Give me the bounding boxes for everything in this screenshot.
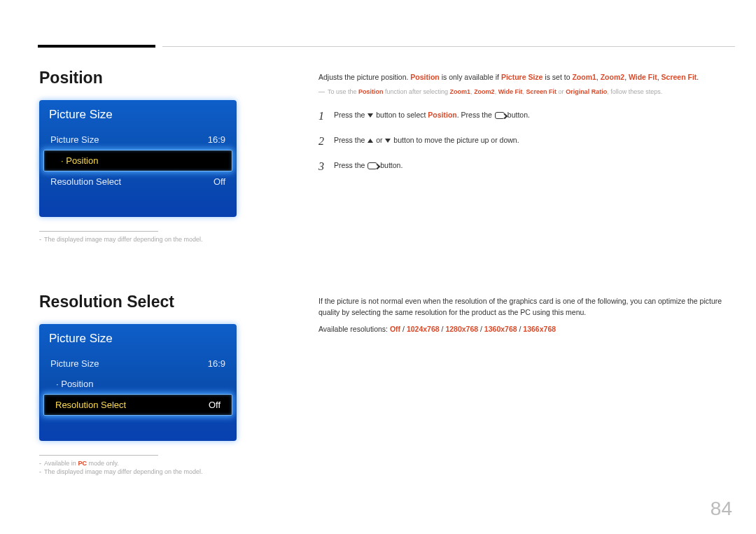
osd-panel-position: Picture Size Picture Size 16:9 · Positio… xyxy=(39,100,237,217)
step-text: Press the or button to move the picture … xyxy=(334,133,724,146)
desc-line: Adjusts the picture position. Position i… xyxy=(318,72,724,83)
step-number: 2 xyxy=(318,133,334,150)
step-text: Press the button to select Position. Pre… xyxy=(334,108,724,121)
up-arrow-icon xyxy=(368,139,373,143)
section-title-resolution: Resolution Select xyxy=(39,293,249,311)
osd-label: · Position xyxy=(55,155,98,166)
osd-row-position: · Position xyxy=(39,374,237,394)
osd-value: 16:9 xyxy=(208,134,225,145)
step-2: 2 Press the or button to move the pictur… xyxy=(318,133,724,150)
position-description: Adjusts the picture position. Position i… xyxy=(318,72,724,183)
osd-row-resolution-select: Resolution Select Off xyxy=(39,171,237,192)
header-accent-bar xyxy=(38,45,155,48)
osd-value: Off xyxy=(209,400,220,410)
osd-value: Off xyxy=(214,176,225,187)
step-1: 1 Press the button to select Position. P… xyxy=(318,108,724,125)
down-arrow-icon xyxy=(385,139,391,143)
osd-row-picture-size: Picture Size 16:9 xyxy=(39,129,237,150)
resolution-description: If the picture is not normal even when t… xyxy=(318,296,732,335)
osd-header: Picture Size xyxy=(39,324,237,353)
footnote-text: -The displayed image may differ dependin… xyxy=(39,236,249,243)
section-resolution-select: Resolution Select Picture Size Picture S… xyxy=(39,293,249,477)
footnote-model: -The displayed image may differ dependin… xyxy=(39,468,249,475)
osd-label: Resolution Select xyxy=(55,400,126,410)
enter-button-icon xyxy=(368,162,377,169)
steps-list: 1 Press the button to select Position. P… xyxy=(318,108,724,175)
footnote-rule xyxy=(39,231,158,232)
footnote-rule xyxy=(39,455,158,456)
section-title-position: Position xyxy=(39,69,249,87)
osd-header: Picture Size xyxy=(39,100,237,129)
usage-note: ―To use the Position function after sele… xyxy=(318,87,724,97)
osd-label: Picture Size xyxy=(50,358,99,369)
osd-row-picture-size: Picture Size 16:9 xyxy=(39,353,237,374)
step-text: Press the button. xyxy=(334,158,724,171)
osd-row-position-selected[interactable]: · Position xyxy=(43,150,232,171)
osd-row-resolution-selected[interactable]: Resolution Select Off xyxy=(43,394,232,416)
available-resolutions: Available resolutions: Off / 1024x768 / … xyxy=(318,324,732,335)
page-number: 84 xyxy=(710,498,732,520)
down-arrow-icon xyxy=(368,113,373,118)
desc-text: If the picture is not normal even when t… xyxy=(318,296,732,318)
section-position: Position Picture Size Picture Size 16:9 … xyxy=(39,69,249,244)
step-number: 3 xyxy=(318,158,334,175)
step-3: 3 Press the button. xyxy=(318,158,724,175)
osd-label: Picture Size xyxy=(50,134,99,145)
osd-label: · Position xyxy=(50,379,93,389)
step-number: 1 xyxy=(318,108,334,125)
osd-label: Resolution Select xyxy=(50,176,121,187)
enter-button-icon xyxy=(495,112,505,119)
header-rule xyxy=(162,46,735,47)
footnote-pc-mode: -Available in PC mode only. xyxy=(39,460,249,467)
osd-value: 16:9 xyxy=(208,358,225,369)
osd-panel-resolution: Picture Size Picture Size 16:9 · Positio… xyxy=(39,324,237,441)
